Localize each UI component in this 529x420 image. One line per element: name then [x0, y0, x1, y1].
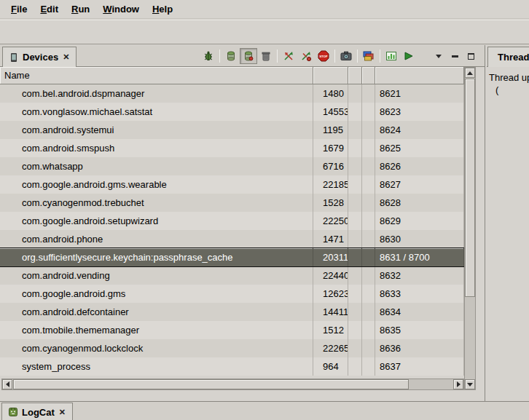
scroll-up-button[interactable]: [465, 68, 475, 78]
cell-empty: [348, 103, 362, 121]
maximize-icon: [468, 53, 474, 60]
column-header-pid[interactable]: [313, 67, 348, 84]
table-header: Name: [0, 67, 464, 84]
cell-empty: [348, 230, 362, 248]
cell-empty: [362, 266, 375, 285]
cell-empty: [362, 285, 375, 303]
vertical-scrollbar[interactable]: [464, 67, 476, 390]
process-pid: 1471: [313, 230, 348, 248]
toolbar-separator: [219, 49, 220, 63]
process-name: org.sufficientlysecure.keychain:passphra…: [0, 248, 313, 266]
horizontal-scrollbar[interactable]: [1, 379, 464, 390]
tab-threads[interactable]: Threads: [487, 47, 529, 67]
horizontal-scrollbar-thumb[interactable]: [13, 379, 409, 389]
cell-empty: [362, 357, 375, 376]
screen-capture-button[interactable]: [337, 48, 355, 64]
tab-close-icon[interactable]: ✕: [58, 408, 66, 417]
process-port: 8634: [375, 303, 464, 321]
debug-process-button[interactable]: [200, 48, 217, 64]
stop-process-button[interactable]: STOP: [315, 48, 332, 64]
process-name: com.google.android.gms.wearable: [0, 175, 313, 194]
process-pid: 12623: [313, 285, 348, 303]
table-row[interactable]: com.tmobile.thememanager 1512 8635: [0, 321, 464, 339]
scroll-right-button[interactable]: [453, 379, 463, 389]
process-name: com.cyanogenmod.trebuchet: [0, 194, 313, 212]
devices-panel: Devices ✕: [0, 45, 485, 401]
menu-item[interactable]: Run: [65, 1, 96, 17]
cell-empty: [348, 175, 362, 194]
cause-gc-button[interactable]: [257, 48, 275, 64]
tab-threads-label: Threads: [498, 52, 529, 63]
minimize-button[interactable]: [447, 48, 463, 64]
menu-item[interactable]: Window: [96, 1, 146, 17]
maximize-button[interactable]: [463, 48, 479, 64]
heap-cylinder-icon: [225, 50, 237, 62]
process-pid: 22250: [313, 212, 348, 230]
table-row[interactable]: com.bel.android.dspmanager 1480 8621: [0, 84, 464, 103]
cell-empty: [348, 212, 362, 230]
menu-item[interactable]: Edit: [34, 1, 65, 17]
menu-item[interactable]: File: [4, 1, 34, 17]
menu-item[interactable]: Help: [146, 1, 179, 17]
process-port: 8631 / 8700: [375, 248, 464, 266]
update-heap-button[interactable]: [222, 48, 240, 64]
update-threads-button[interactable]: [280, 48, 297, 64]
main-toolbar: [0, 20, 529, 44]
table-row[interactable]: com.google.android.setupwizard 22250 862…: [0, 212, 464, 230]
tab-close-icon[interactable]: ✕: [62, 52, 70, 62]
process-pid: 22185: [313, 175, 348, 194]
dump-hprof-button[interactable]: [240, 48, 257, 64]
method-profiling-icon: [300, 50, 312, 62]
cell-empty: [348, 339, 362, 357]
toolbar-separator: [357, 49, 358, 63]
process-pid: 1512: [313, 321, 348, 339]
vertical-scrollbar-thumb[interactable]: [465, 79, 475, 297]
method-profiling-button[interactable]: [297, 48, 315, 64]
column-header-port[interactable]: [375, 67, 464, 84]
stop-sign-icon: STOP: [318, 50, 329, 62]
table-row[interactable]: com.vonglasow.michael.satstat 14553 8623: [0, 103, 464, 121]
chevron-down-icon: [436, 55, 442, 58]
table-row[interactable]: system_process 964 8637: [0, 357, 464, 376]
view-menu-button[interactable]: [431, 48, 447, 64]
cell-empty: [362, 139, 375, 157]
table-row[interactable]: com.android.systemui 1195 8624: [0, 121, 464, 139]
cell-empty: [362, 339, 375, 357]
tab-devices[interactable]: Devices ✕: [2, 47, 77, 67]
tab-logcat[interactable]: LogCat ✕: [1, 403, 73, 420]
column-header-name[interactable]: Name: [0, 67, 313, 84]
column-header-b[interactable]: [362, 67, 375, 84]
table-row[interactable]: com.google.android.gms.wearable 22185 86…: [0, 175, 464, 194]
cell-empty: [362, 121, 375, 139]
process-name: com.android.defcontainer: [0, 303, 313, 321]
process-pid: 14411: [313, 303, 348, 321]
menu-bar: FileEditRunWindowHelp: [0, 0, 529, 19]
systrace-button[interactable]: [383, 48, 400, 64]
table-row[interactable]: com.google.android.gms 12623 8633: [0, 285, 464, 303]
cell-empty: [348, 84, 362, 103]
table-row[interactable]: com.whatsapp 6716 8626: [0, 157, 464, 175]
cell-empty: [348, 248, 362, 266]
cell-empty: [362, 84, 375, 103]
scroll-down-button[interactable]: [465, 379, 475, 389]
table-row[interactable]: com.android.smspush 1679 8625: [0, 139, 464, 157]
cell-empty: [348, 266, 362, 285]
devices-toolbar: STOP: [200, 47, 479, 65]
process-name: com.google.android.setupwizard: [0, 212, 313, 230]
arrow-down-icon: [467, 383, 473, 387]
dump-view-hierarchy-button[interactable]: [360, 48, 377, 64]
process-pid: 1679: [313, 139, 348, 157]
table-row[interactable]: com.android.defcontainer 14411 8634: [0, 303, 464, 321]
scroll-left-button[interactable]: [2, 379, 12, 389]
hprof-cylinder-icon: [243, 50, 254, 62]
column-header-a[interactable]: [348, 67, 362, 84]
table-row[interactable]: com.cyanogenmod.lockclock 22265 8636: [0, 339, 464, 357]
table-row[interactable]: com.cyanogenmod.trebuchet 1528 8628: [0, 194, 464, 212]
process-pid: 1528: [313, 194, 348, 212]
opengl-trace-button[interactable]: [400, 48, 418, 64]
process-port: 8623: [375, 103, 464, 121]
tab-logcat-label: LogCat: [22, 407, 55, 418]
table-row[interactable]: com.android.vending 22440 8632: [0, 266, 464, 285]
table-row[interactable]: org.sufficientlysecure.keychain:passphra…: [0, 248, 464, 266]
table-row[interactable]: com.android.phone 1471 8630: [0, 230, 464, 248]
